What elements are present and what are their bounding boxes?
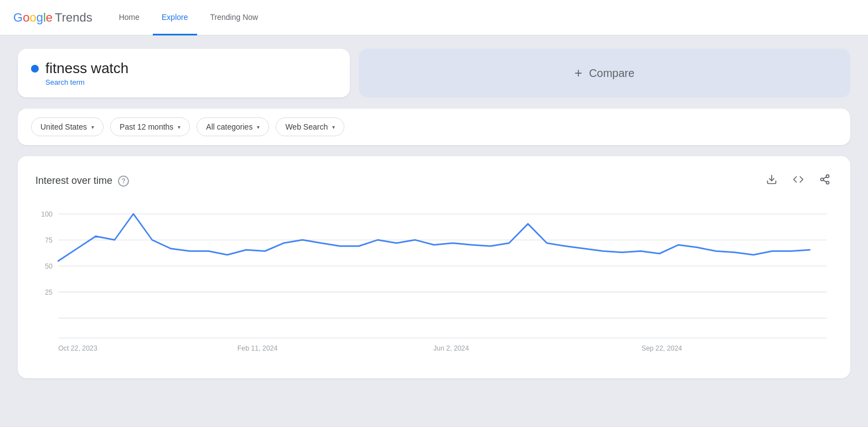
download-icon: [766, 174, 777, 185]
time-filter-label: Past 12 months: [120, 122, 173, 131]
svg-text:Jun 2, 2024: Jun 2, 2024: [433, 343, 469, 352]
region-filter-label: United States: [40, 122, 87, 131]
search-type-chevron-icon: ▾: [332, 124, 335, 130]
svg-text:Feb 11, 2024: Feb 11, 2024: [237, 343, 278, 352]
svg-line-4: [823, 180, 826, 182]
chart-card: Interest over time ?: [18, 156, 850, 378]
filter-row: United States ▾ Past 12 months ▾ All cat…: [18, 109, 850, 145]
embed-button[interactable]: [790, 172, 806, 190]
logo-trends-text: Trends: [55, 11, 92, 25]
svg-text:Oct 22, 2023: Oct 22, 2023: [58, 343, 97, 352]
svg-text:25: 25: [45, 287, 53, 296]
chart-svg: 100 75 50 25 Oct 22, 2023 Feb 11, 2024 J…: [35, 208, 833, 363]
category-filter-label: All categories: [206, 122, 252, 131]
category-filter[interactable]: All categories ▾: [197, 117, 269, 136]
help-icon[interactable]: ?: [118, 176, 129, 187]
search-term-row: fitness watch: [31, 60, 337, 77]
main-nav: Home Explore Trending Now: [110, 0, 267, 35]
svg-text:Sep 22, 2024: Sep 22, 2024: [642, 343, 682, 352]
nav-item-home[interactable]: Home: [110, 1, 148, 35]
nav-item-trending[interactable]: Trending Now: [202, 1, 267, 35]
svg-text:100: 100: [41, 209, 53, 218]
nav-item-explore[interactable]: Explore: [153, 1, 197, 35]
logo-google-text: Google: [13, 11, 53, 25]
category-chevron-icon: ▾: [257, 124, 260, 130]
search-compare-row: fitness watch Search term + Compare: [18, 49, 850, 97]
time-chevron-icon: ▾: [178, 124, 180, 130]
chart-header: Interest over time ?: [35, 172, 833, 190]
chart-area: 100 75 50 25 Oct 22, 2023 Feb 11, 2024 J…: [35, 208, 833, 363]
main-content: fitness watch Search term + Compare Unit…: [0, 35, 868, 392]
search-term-text[interactable]: fitness watch: [45, 60, 128, 77]
share-icon: [819, 174, 830, 185]
search-card: fitness watch Search term: [18, 49, 350, 97]
svg-line-5: [823, 177, 826, 178]
search-dot: [31, 65, 39, 73]
svg-text:75: 75: [45, 235, 53, 244]
compare-plus-icon: +: [575, 65, 582, 81]
compare-label: Compare: [589, 67, 634, 80]
search-type-filter-label: Web Search: [285, 122, 328, 131]
search-type-filter[interactable]: Web Search ▾: [276, 117, 344, 136]
chart-line: [58, 214, 810, 261]
region-chevron-icon: ▾: [91, 124, 94, 130]
compare-card[interactable]: + Compare: [359, 49, 850, 97]
svg-text:50: 50: [45, 261, 53, 270]
share-button[interactable]: [817, 172, 833, 190]
time-filter[interactable]: Past 12 months ▾: [110, 117, 190, 136]
chart-actions: [764, 172, 833, 190]
chart-title-row: Interest over time ?: [35, 175, 129, 187]
chart-title: Interest over time: [35, 175, 112, 187]
header: Google Trends Home Explore Trending Now: [0, 0, 868, 35]
compare-inner: + Compare: [575, 65, 634, 81]
region-filter[interactable]: United States ▾: [31, 117, 104, 136]
logo[interactable]: Google Trends: [13, 11, 92, 25]
embed-icon: [793, 174, 804, 185]
download-button[interactable]: [764, 172, 779, 190]
search-type-label: Search term: [31, 78, 337, 86]
